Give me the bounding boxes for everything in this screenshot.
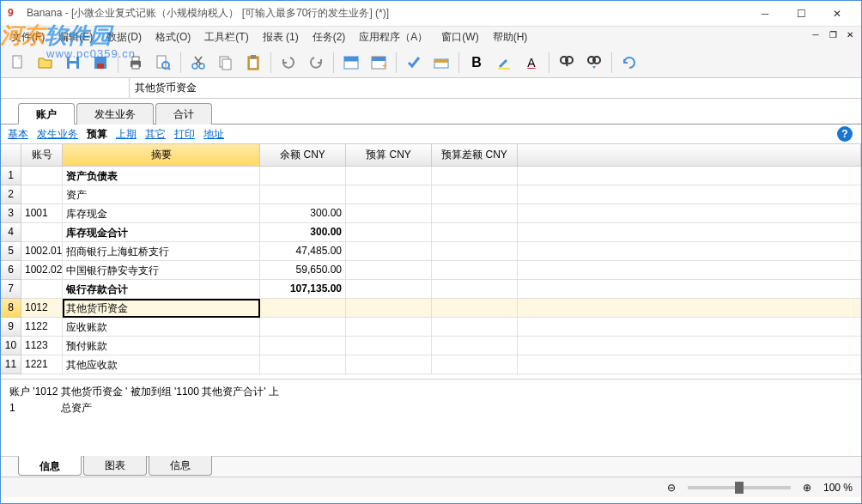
menu-task[interactable]: 任务(2) xyxy=(306,27,353,47)
grid-cell[interactable]: 库存现金合计 xyxy=(63,223,260,242)
zoom-slider[interactable] xyxy=(688,486,791,489)
column-header[interactable]: 摘要 xyxy=(63,144,260,167)
row-number[interactable]: 3 xyxy=(1,204,21,223)
grid-cell[interactable] xyxy=(346,204,432,223)
mdi-minimize-button[interactable]: ─ xyxy=(810,28,822,40)
grid-cell[interactable] xyxy=(518,242,861,261)
grid-cell[interactable] xyxy=(260,337,346,355)
subtab-basic[interactable]: 基本 xyxy=(8,127,28,142)
grid-cell[interactable] xyxy=(346,299,432,318)
grid-cell[interactable]: 预付账款 xyxy=(63,337,260,355)
menu-report[interactable]: 报表 (1) xyxy=(256,27,306,47)
grid-cell[interactable] xyxy=(518,337,861,355)
grid-cell[interactable] xyxy=(432,223,518,242)
row-number[interactable]: 2 xyxy=(1,185,21,204)
grid-cell[interactable]: 招商银行上海虹桥支行 xyxy=(63,242,260,261)
grid-cell[interactable] xyxy=(432,299,518,318)
tab-accounts[interactable]: 账户 xyxy=(18,103,75,124)
grid-cell[interactable] xyxy=(346,185,432,204)
cell-reference[interactable] xyxy=(1,78,130,98)
column-header[interactable]: 账号 xyxy=(21,144,63,167)
grid-cell[interactable] xyxy=(432,242,518,261)
bottom-tab-info2[interactable]: 信息 xyxy=(149,456,212,476)
grid-cell[interactable] xyxy=(260,185,346,204)
grid-cell[interactable] xyxy=(518,299,861,318)
subtab-prior[interactable]: 上期 xyxy=(116,127,137,142)
grid-cell[interactable] xyxy=(518,280,861,299)
grid-cell[interactable] xyxy=(346,355,432,374)
copy-icon[interactable] xyxy=(214,51,238,75)
grid-cell[interactable] xyxy=(432,204,518,223)
grid-cell[interactable] xyxy=(432,280,518,299)
subtab-print[interactable]: 打印 xyxy=(174,127,195,142)
grid-cell[interactable] xyxy=(518,204,861,223)
undo-icon[interactable] xyxy=(276,51,300,75)
paste-icon[interactable] xyxy=(241,51,265,75)
grid-cell[interactable]: 107,135.00 xyxy=(260,280,346,299)
row-number[interactable]: 9 xyxy=(1,318,21,337)
grid-cell[interactable]: 1001 xyxy=(21,204,63,223)
row-number[interactable]: 8 xyxy=(1,299,21,318)
print-preview-icon[interactable] xyxy=(151,51,175,75)
column-header[interactable] xyxy=(518,144,861,167)
menu-app[interactable]: 应用程序（A） xyxy=(352,27,434,47)
column-header[interactable] xyxy=(1,144,21,167)
grid-cell[interactable] xyxy=(346,318,432,337)
row-number[interactable]: 5 xyxy=(1,242,21,261)
grid-cell[interactable]: 其他货币资金 xyxy=(63,299,260,318)
row-number[interactable]: 6 xyxy=(1,261,21,280)
grid-cell[interactable] xyxy=(432,355,518,374)
row-number[interactable]: 1 xyxy=(1,167,21,185)
open-file-icon[interactable] xyxy=(33,51,58,75)
minimize-button[interactable]: ─ xyxy=(748,2,782,26)
grid-cell[interactable]: 应收账款 xyxy=(63,318,260,337)
subtab-transactions[interactable]: 发生业务 xyxy=(37,127,78,142)
grid-cell[interactable] xyxy=(432,337,518,355)
data-grid[interactable]: 账号摘要余额 CNY预算 CNY预算差额 CNY1资产负债表2资产31001库存… xyxy=(1,143,861,379)
grid-cell[interactable] xyxy=(346,337,432,355)
grid-cell[interactable]: 1123 xyxy=(21,337,63,355)
grid-cell[interactable]: 1221 xyxy=(21,355,63,374)
menu-data[interactable]: 数据(D) xyxy=(100,27,149,47)
grid-cell[interactable] xyxy=(518,185,861,204)
grid-cell[interactable] xyxy=(260,167,346,185)
grid-cell[interactable] xyxy=(432,261,518,280)
grid-cell[interactable]: 资产负债表 xyxy=(63,167,260,185)
save-icon[interactable] xyxy=(61,51,85,75)
grid-cell[interactable] xyxy=(21,185,63,204)
font-color-icon[interactable]: A xyxy=(519,51,543,75)
subtab-budget[interactable]: 预算 xyxy=(87,127,107,142)
grid-cell[interactable] xyxy=(21,223,63,242)
grid-cell[interactable] xyxy=(432,167,518,185)
maximize-button[interactable]: ☐ xyxy=(784,2,818,26)
row-number[interactable]: 10 xyxy=(1,337,21,355)
grid-cell[interactable] xyxy=(346,167,432,185)
column-header[interactable]: 预算差额 CNY xyxy=(432,144,518,167)
grid-cell[interactable]: 库存现金 xyxy=(63,204,260,223)
mdi-close-button[interactable]: ✕ xyxy=(844,28,856,40)
table-view-icon[interactable] xyxy=(339,51,363,75)
row-number[interactable]: 4 xyxy=(1,223,21,242)
grid-cell[interactable]: 1002.02 xyxy=(21,261,63,280)
highlight-icon[interactable] xyxy=(492,51,516,75)
grid-cell[interactable] xyxy=(260,299,346,318)
bottom-tab-chart[interactable]: 图表 xyxy=(83,456,147,476)
grid-cell[interactable] xyxy=(518,261,861,280)
grid-cell[interactable] xyxy=(518,167,861,185)
save-pdf-icon[interactable] xyxy=(88,51,112,75)
check-icon[interactable] xyxy=(402,51,426,75)
grid-cell[interactable]: 47,485.00 xyxy=(260,242,346,261)
formula-input[interactable]: 其他货币资金 xyxy=(130,78,861,98)
grid-cell[interactable] xyxy=(518,223,861,242)
grid-cell[interactable]: 300.00 xyxy=(260,223,346,242)
table-insert-icon[interactable]: + xyxy=(367,51,391,75)
menu-edit[interactable]: 编辑(E) xyxy=(52,27,100,47)
redo-icon[interactable] xyxy=(304,51,328,75)
bold-icon[interactable]: B xyxy=(464,51,489,75)
print-icon[interactable] xyxy=(124,51,148,75)
grid-cell[interactable] xyxy=(346,242,432,261)
subtab-other[interactable]: 其它 xyxy=(145,127,166,142)
column-header[interactable]: 预算 CNY xyxy=(346,144,432,167)
find-next-icon[interactable] xyxy=(582,51,606,75)
menu-help[interactable]: 帮助(H) xyxy=(486,27,535,47)
